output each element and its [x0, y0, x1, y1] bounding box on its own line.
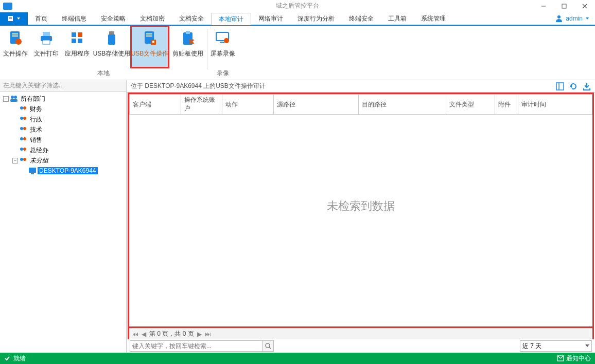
svg-rect-6 [9, 18, 12, 19]
menu-system-mgmt[interactable]: 系统管理 [414, 12, 453, 25]
check-icon [4, 355, 10, 361]
body: 在此键入关键字筛选... − 所有部门 财务 行政 技术 [0, 80, 595, 353]
col-src-path[interactable]: 源路径 [274, 95, 359, 115]
ribbon-screen-record[interactable]: 屏幕录像 [207, 26, 238, 68]
svg-rect-16 [43, 40, 50, 44]
col-audit-time[interactable]: 审计时间 [518, 95, 592, 115]
svg-point-13 [15, 39, 22, 45]
file-menu-button[interactable] [0, 12, 28, 25]
ribbon-label: 应用程序 [65, 49, 90, 58]
group-icon [19, 115, 27, 123]
svg-rect-32 [220, 42, 224, 43]
svg-rect-36 [10, 99, 18, 102]
tree-label: 销售 [28, 136, 44, 144]
menu-security-policy[interactable]: 安全策略 [94, 12, 133, 25]
col-os-account[interactable]: 操作系统账户 [181, 95, 222, 115]
menu-toolbox[interactable]: 工具箱 [381, 12, 414, 25]
svg-point-48 [23, 158, 26, 161]
tree-root[interactable]: − 所有部门 [0, 94, 126, 104]
ribbon-file-ops[interactable]: 文件操作 [0, 26, 31, 68]
svg-rect-18 [72, 32, 76, 37]
col-attachment[interactable]: 附件 [495, 95, 518, 115]
menu-terminal-security[interactable]: 终端安全 [342, 12, 381, 25]
ribbon-file-print[interactable]: 文件打印 [31, 26, 62, 68]
svg-rect-51 [556, 83, 564, 90]
page-first[interactable]: ⏮ [132, 331, 138, 338]
menu-terminal-info[interactable]: 终端信息 [55, 12, 94, 25]
svg-rect-22 [109, 31, 114, 34]
collapse-icon[interactable]: − [3, 96, 9, 102]
menu-behavior-analysis[interactable]: 深度行为分析 [290, 12, 342, 25]
dept-tree: − 所有部门 财务 行政 技术 销售 [0, 92, 126, 353]
svg-point-43 [20, 137, 23, 140]
ribbon-label: USB文件操作 [131, 49, 169, 58]
columns-button[interactable] [556, 82, 564, 90]
title-bar: 域之盾管控平台 [0, 0, 595, 12]
tree-label: 总经办 [28, 146, 50, 155]
search-input[interactable] [130, 340, 262, 352]
tree-dept[interactable]: 销售 [0, 135, 126, 145]
sidebar: 在此键入关键字筛选... − 所有部门 财务 行政 技术 [0, 80, 127, 353]
ribbon-label: 文件操作 [3, 49, 28, 58]
svg-point-8 [557, 15, 561, 19]
notification-center[interactable]: 通知中心 [557, 354, 591, 363]
svg-point-45 [20, 148, 23, 151]
collapse-icon[interactable]: − [12, 158, 18, 163]
menu-bar: 首页 终端信息 安全策略 文档加密 文档安全 本地审计 网络审计 深度行为分析 … [0, 12, 595, 26]
menu-local-audit[interactable]: 本地审计 [211, 13, 251, 25]
clipboard-icon [180, 30, 196, 46]
svg-marker-56 [585, 344, 589, 347]
col-client[interactable]: 客户端 [130, 95, 181, 115]
ribbon: 文件操作 文件打印 应用程序 USB存储使用 USB文件操作 剪贴板使用 [0, 26, 595, 80]
tree-host[interactable]: DESKTOP-9AK6944 [0, 166, 126, 176]
usb-icon [103, 30, 120, 46]
page-next[interactable]: ▶ [197, 331, 202, 338]
page-prev[interactable]: ◀ [142, 331, 146, 338]
svg-point-44 [23, 137, 26, 140]
context-text: 位于 DESKTOP-9AK6944 上的USB文件操作审计 [131, 82, 266, 90]
refresh-button[interactable] [569, 82, 577, 90]
window-title: 域之盾管控平台 [0, 2, 595, 10]
col-action[interactable]: 动作 [222, 95, 274, 115]
printer-icon [38, 30, 55, 46]
tree-dept[interactable]: 财务 [0, 104, 126, 114]
svg-rect-20 [72, 39, 76, 43]
svg-rect-50 [31, 173, 34, 174]
col-dst-path[interactable]: 目的路径 [359, 95, 446, 115]
mail-icon [557, 355, 564, 361]
tree-dept[interactable]: 技术 [0, 124, 126, 135]
tree-dept[interactable]: 行政 [0, 114, 126, 124]
tree-label: 财务 [28, 105, 44, 114]
ribbon-usb-storage[interactable]: USB存储使用 [93, 26, 131, 68]
ribbon-app[interactable]: 应用程序 [62, 26, 93, 68]
svg-point-35 [14, 96, 17, 99]
menu-home[interactable]: 首页 [28, 12, 55, 25]
svg-rect-11 [12, 33, 18, 34]
page-last[interactable]: ⏭ [205, 331, 211, 338]
tree-label: 未分组 [28, 156, 50, 165]
apps-icon [69, 30, 85, 46]
chevron-down-icon [586, 17, 589, 20]
svg-point-38 [23, 106, 26, 110]
export-button[interactable] [583, 82, 591, 90]
tree-ungrouped[interactable]: − 未分组 [0, 155, 126, 166]
svg-marker-9 [586, 17, 589, 20]
search-box [130, 340, 274, 352]
tree-dept[interactable]: 总经办 [0, 145, 126, 155]
menu-network-audit[interactable]: 网络审计 [251, 12, 290, 25]
svg-point-33 [224, 38, 229, 43]
search-button[interactable] [262, 340, 274, 352]
ribbon-clipboard[interactable]: 剪贴板使用 [169, 26, 207, 68]
grid-area: 客户端 操作系统账户 动作 源路径 目的路径 文件类型 附件 审计时间 未检索到… [128, 93, 594, 339]
context-bar: 位于 DESKTOP-9AK6944 上的USB文件操作审计 [127, 80, 595, 93]
col-file-type[interactable]: 文件类型 [446, 95, 495, 115]
tree-filter-input[interactable]: 在此键入关键字筛选... [0, 80, 126, 92]
ribbon-usb-file-ops[interactable]: USB文件操作 [131, 26, 169, 68]
date-range-select[interactable]: 近 7 天 [520, 340, 592, 352]
user-menu[interactable]: admin [549, 12, 595, 25]
menu-doc-security[interactable]: 文档安全 [172, 12, 211, 25]
menu-doc-encrypt[interactable]: 文档加密 [133, 12, 172, 25]
tree-label: 所有部门 [19, 95, 47, 103]
group-icon [19, 125, 27, 134]
svg-point-40 [23, 117, 26, 120]
